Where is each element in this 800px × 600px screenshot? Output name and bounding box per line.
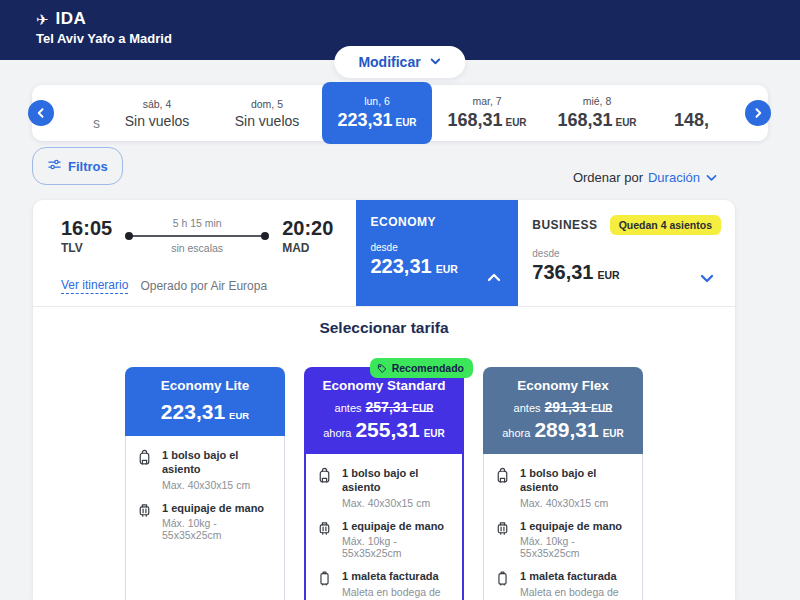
arrival-block: 20:20 MAD <box>282 217 333 255</box>
economy-currency: EUR <box>436 263 458 275</box>
day-price: 168,31EUR <box>447 110 526 131</box>
day-label: lun, 6 <box>364 95 390 107</box>
business-cabin-panel[interactable]: BUSINESS Quedan 4 asientos desde 736,31 … <box>518 200 735 306</box>
view-itinerary-link[interactable]: Ver itinerario <box>61 278 128 294</box>
business-price: 736,31 <box>532 261 593 284</box>
filters-button[interactable]: Filtros <box>32 147 123 185</box>
business-currency: EUR <box>597 269 619 281</box>
sort-value-dropdown[interactable]: Duración <box>648 170 718 185</box>
arrival-time: 20:20 <box>282 217 333 239</box>
modify-button[interactable]: Modificar <box>334 46 465 78</box>
fare-header: Economy Lite223,31EUR <box>125 367 285 436</box>
date-carousel: s sáb, 4Sin vuelosdom, 5Sin vueloslun, 6… <box>32 85 768 141</box>
plane-icon: ✈ <box>36 12 49 27</box>
departure-airport-code: TLV <box>61 241 112 255</box>
chevron-down-icon <box>705 171 718 184</box>
backpack-icon <box>316 467 334 509</box>
carousel-day-0[interactable]: sáb, 4Sin vuelos <box>102 85 212 141</box>
fare-features: 1 bolso bajo el asientoMax. 40x30x15 cm1… <box>304 454 464 600</box>
economy-cabin-panel[interactable]: ECONOMY desde 223,31 EUR <box>356 200 518 306</box>
duration-block: 5 h 15 min sin escalas <box>122 217 272 254</box>
flight-duration: 5 h 15 min <box>173 217 222 229</box>
chevron-right-icon <box>752 107 764 119</box>
fare-before-price: antes291,31 EUR <box>489 399 637 415</box>
fare-name: Economy Standard <box>310 378 458 393</box>
arrival-airport-code: MAD <box>282 241 333 255</box>
trolley-icon <box>494 520 512 560</box>
fare-options: Economy Lite223,31EUR1 bolso bajo el asi… <box>33 367 735 600</box>
economy-cabin-name: ECONOMY <box>370 215 504 229</box>
carousel-prev-button[interactable] <box>28 100 54 126</box>
suitcase-icon <box>316 570 334 600</box>
fare-header: Economy Standardantes257,31 EURahora255,… <box>304 367 464 454</box>
carousel-day-2[interactable]: lun, 6223,31EUR <box>322 82 432 144</box>
trolley-icon <box>136 502 154 542</box>
filter-icon <box>47 157 62 175</box>
fare-current-price: ahora255,31EUR <box>310 418 458 442</box>
business-from-label: desde <box>532 248 721 259</box>
carousel-day-4[interactable]: mié, 8168,31EUR <box>542 85 652 141</box>
modify-label: Modificar <box>358 54 420 70</box>
day-label: mar, 7 <box>472 95 501 107</box>
carousel-day-1[interactable]: dom, 5Sin vuelos <box>212 85 322 141</box>
sort-label: Ordenar por <box>573 170 643 185</box>
feature-title: 1 maleta facturada <box>520 570 632 584</box>
feature-item: 1 equipaje de manoMáx. 10kg - 55x35x25cm <box>136 502 274 542</box>
stops-label: sin escalas <box>171 242 223 254</box>
chevron-left-icon <box>35 107 47 119</box>
chevron-up-icon <box>486 270 502 286</box>
departure-block: 16:05 TLV <box>61 217 112 255</box>
day-label: dom, 5 <box>251 98 283 110</box>
backpack-icon <box>494 467 512 509</box>
fare-features: 1 bolso bajo el asientoMax. 40x30x15 cm1… <box>483 454 643 600</box>
recommended-badge: Recomendado <box>370 358 473 378</box>
feature-subtitle: Maleta en bodega de 23 kg <box>342 586 452 600</box>
fare-name: Economy Flex <box>489 378 637 393</box>
carousel-days: sáb, 4Sin vuelosdom, 5Sin vueloslun, 622… <box>102 85 652 141</box>
feature-item: 1 equipaje de manoMáx. 10kg - 55x35x25cm <box>316 520 452 560</box>
feature-title: 1 bolso bajo el asiento <box>342 467 452 495</box>
carousel-next-button[interactable] <box>745 100 771 126</box>
currency-label: EUR <box>505 117 526 128</box>
no-flights-label: Sin vuelos <box>125 113 190 129</box>
select-fare-title: Seleccionar tarifa <box>33 319 735 337</box>
feature-item: 1 bolso bajo el asientoMax. 40x30x15 cm <box>316 467 452 509</box>
feature-subtitle: Máx. 10kg - 55x35x25cm <box>520 535 632 559</box>
feature-item: 1 equipaje de manoMáx. 10kg - 55x35x25cm <box>494 520 632 560</box>
economy-price: 223,31 <box>370 255 431 278</box>
sort-control: Ordenar por Duración <box>573 170 718 185</box>
carousel-day-3[interactable]: mar, 7168,31EUR <box>432 85 542 141</box>
currency-label: EUR <box>395 117 416 128</box>
feature-item: 1 bolso bajo el asientoMax. 40x30x15 cm <box>136 449 274 491</box>
suitcase-icon <box>494 570 512 600</box>
departure-time: 16:05 <box>61 217 112 239</box>
economy-from-label: desde <box>370 242 504 253</box>
seats-remaining-badge: Quedan 4 asientos <box>610 215 721 235</box>
fare-card-economy-standard[interactable]: RecomendadoEconomy Standardantes257,31 E… <box>304 367 464 600</box>
route-text: Tel Aviv Yafo a Madrid <box>36 31 800 46</box>
feature-item: 1 maleta facturadaMaleta en bodega de 23… <box>316 570 452 600</box>
feature-title: 1 bolso bajo el asiento <box>520 467 632 495</box>
fare-current-price: ahora289,31EUR <box>489 418 637 442</box>
fare-card-economy-lite[interactable]: Economy Lite223,31EUR1 bolso bajo el asi… <box>125 367 285 600</box>
day-label: sáb, 4 <box>143 98 172 110</box>
fare-header: Economy Flexantes291,31 EURahora289,31EU… <box>483 367 643 454</box>
fare-name: Economy Lite <box>131 378 279 393</box>
feature-subtitle: Max. 40x30x15 cm <box>162 479 274 491</box>
day-price: 168,31EUR <box>557 110 636 131</box>
trolley-icon <box>316 520 334 560</box>
feature-title: 1 equipaje de mano <box>342 520 452 534</box>
business-cabin-name: BUSINESS <box>532 218 597 232</box>
feature-subtitle: Maleta en bodega de 23 kg <box>520 586 632 600</box>
day-label: mié, 8 <box>583 95 612 107</box>
fare-card-economy-flex[interactable]: Economy Flexantes291,31 EURahora289,31EU… <box>483 367 643 600</box>
feature-subtitle: Max. 40x30x15 cm <box>342 497 452 509</box>
flight-info: 16:05 TLV 5 h 15 min sin escalas 20:20 M… <box>33 200 356 306</box>
feature-item: 1 maleta facturadaMaleta en bodega de 23… <box>494 570 632 600</box>
tag-icon <box>377 363 388 374</box>
feature-subtitle: Max. 40x30x15 cm <box>520 497 632 509</box>
fare-before-price: antes257,31 EUR <box>310 399 458 415</box>
filters-label: Filtros <box>68 159 108 174</box>
day-price: 223,31EUR <box>337 110 416 131</box>
feature-title: 1 equipaje de mano <box>520 520 632 534</box>
